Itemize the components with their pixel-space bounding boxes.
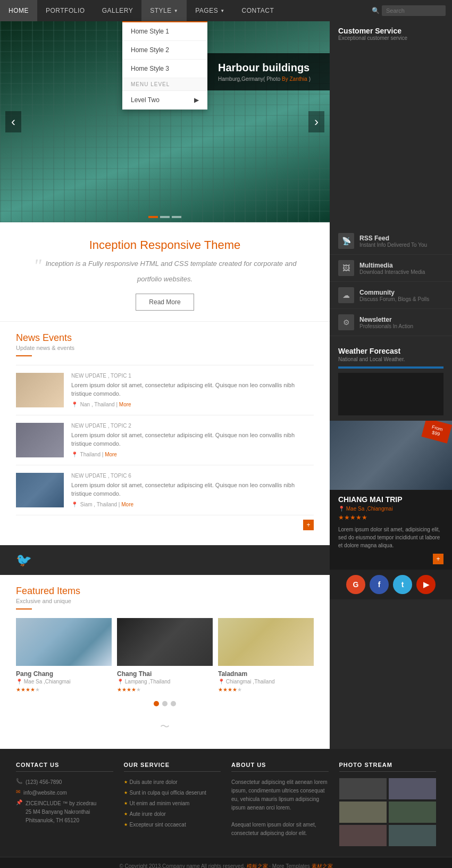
trip-more-container: + (338, 554, 443, 564)
news-more-link-3[interactable]: More (121, 502, 133, 507)
nav-style[interactable]: STYLE ▼ (141, 0, 187, 21)
nav-pages[interactable]: PAGES ▼ (187, 0, 233, 21)
featured-stars-3: ★★★★★ (218, 687, 314, 692)
sidebar-community[interactable]: ☁ Community Discuss Forum, Blogs & Polls (330, 282, 452, 309)
multimedia-icon: 🖼 (338, 260, 354, 276)
youtube-button[interactable]: ▶ (416, 575, 436, 594)
pages-dropdown-arrow: ▼ (220, 9, 224, 13)
read-more-button[interactable]: Read More (136, 294, 194, 311)
footer: CONTACT US 📞 (123) 456-7890 ✉ info@websi… (0, 749, 452, 868)
twitter-bird-icon: 🐦 (16, 553, 32, 567)
hero-dot-2[interactable] (160, 216, 170, 218)
footer-photo-title: PHOTO STREAM (339, 762, 437, 772)
quote-mark-icon: " (34, 255, 41, 277)
sidebar-multimedia[interactable]: 🖼 Multimedia Download Interactive Media (330, 255, 452, 282)
nav-contact[interactable]: CONTACT (233, 0, 283, 21)
footer-link-1[interactable]: 模板之家 (247, 863, 268, 868)
twitter-button[interactable]: t (393, 575, 412, 594)
news-more-button-container: + (16, 515, 314, 535)
weather-section: Weather Forecast National and Local Weat… (330, 341, 452, 421)
address-icon: 📌 (16, 799, 22, 805)
hero-title-box: Harbour buildings Hamburg,Germany( Photo… (207, 53, 330, 90)
hero-prev-button[interactable]: ‹ (5, 111, 21, 132)
footer-service-item: ★ Aute irure dolor (124, 810, 221, 819)
nav-portfolio[interactable]: PORTFOLIO (37, 0, 94, 21)
footer-service: OUR SERVICE ★ Duis aute irure dolor ★ Su… (124, 762, 221, 846)
star-icon-2: ★ (124, 790, 128, 795)
navigation: HOME PORTFOLIO GALLERY STYLE ▼ PAGES ▼ C… (0, 0, 452, 21)
search-input[interactable] (382, 5, 446, 16)
pin-icon-1: 📍 (71, 402, 78, 407)
trip-more-icon[interactable]: + (433, 554, 443, 564)
dropdown-home-style-2[interactable]: Home Style 2 (122, 41, 207, 60)
star-icon-3: ★ (124, 801, 128, 806)
sidebar-community-text: Community Discuss Forum, Blogs & Polls (359, 289, 429, 302)
news-image-3 (16, 473, 64, 507)
featured-title-normal: Items (54, 586, 80, 596)
facebook-button[interactable]: f (370, 575, 389, 594)
search-icon: 🔍 (372, 7, 380, 14)
news-item: NEW UPDATE , TOPIC 1 Lorem ipsum dolor s… (16, 365, 314, 415)
news-more-link-2[interactable]: More (105, 452, 117, 457)
footer-phone-row: 📞 (123) 456-7890 (16, 778, 113, 787)
weather-bar (338, 366, 443, 369)
carousel-dots (16, 692, 314, 715)
photo-stream-grid (339, 778, 437, 846)
phone-icon: 📞 (16, 778, 22, 784)
news-text-2: NEW UPDATE , TOPIC 2 Lorem ipsum dolor s… (71, 423, 314, 457)
sidebar-rss-feed[interactable]: 📡 RSS Feed Instant Info Delivered To You (330, 228, 452, 255)
nav-home[interactable]: HOME (0, 0, 37, 21)
carousel-dot-3[interactable] (171, 701, 176, 706)
news-more-link-1[interactable]: More (119, 402, 131, 407)
sidebar-multimedia-text: Multimedia Download Interactive Media (359, 262, 425, 275)
hero-dot-1[interactable] (148, 216, 158, 218)
dropdown-home-style-3[interactable]: Home Style 3 (122, 60, 207, 78)
footer-about: ABOUT US Consectetur adipiscing elit aen… (231, 762, 329, 846)
news-image-1 (16, 373, 64, 407)
featured-items: Pang Chang 📍 Mae Sa ,Chiangmai ★★★★★ Cha… (16, 618, 314, 692)
news-text-1: NEW UPDATE , TOPIC 1 Lorem ipsum dolor s… (71, 373, 314, 407)
footer-email-row: ✉ info@website.com (16, 789, 113, 797)
news-category-3: NEW UPDATE , TOPIC 6 (71, 473, 314, 479)
intro-title-normal: Responsive Theme (137, 238, 240, 252)
news-more-icon[interactable]: + (303, 520, 314, 530)
news-item: NEW UPDATE , TOPIC 2 Lorem ipsum dolor s… (16, 415, 314, 465)
footer-contact-title: CONTACT US (16, 762, 113, 772)
dropdown-home-style-1[interactable]: Home Style 1 (122, 22, 207, 41)
nav-gallery[interactable]: GALLERY (94, 0, 142, 21)
photo-thumb-2 (389, 778, 436, 799)
news-location-2: 📍 Thailand | More (71, 452, 314, 457)
news-divider (16, 355, 32, 356)
news-text-3: NEW UPDATE , TOPIC 6 Lorem ipsum dolor s… (71, 473, 314, 507)
featured-image-1 (16, 618, 112, 666)
news-location-3: 📍 Siam , Thailand | More (71, 502, 314, 507)
trip-stars: ★★★★★ (338, 514, 443, 521)
featured-section: Featured Items Exclusive and unique Pang… (0, 575, 330, 749)
twitter-bar: 🐦 (0, 545, 330, 575)
hero-dot-3[interactable] (172, 216, 181, 218)
photo-thumb-6 (389, 825, 436, 846)
google-plus-button[interactable]: G (346, 575, 365, 594)
news-category-2: NEW UPDATE , TOPIC 2 (71, 423, 314, 429)
footer-service-item: ★ Sunt in culpa qui officia deserunt (124, 789, 221, 797)
footer-service-item: ★ Ut enim ad minim veniam (124, 799, 221, 808)
featured-title: Featured Items (16, 586, 314, 597)
photo-thumb-4 (389, 802, 436, 823)
carousel-dot-1[interactable] (154, 701, 159, 706)
footer-link-2[interactable]: 素材之家 (312, 863, 333, 868)
footer-photo: PHOTO STREAM (339, 762, 437, 846)
carousel-dot-2[interactable] (162, 701, 168, 706)
hero-dots (148, 216, 181, 218)
news-list: NEW UPDATE , TOPIC 1 Lorem ipsum dolor s… (16, 365, 314, 515)
hero-next-button[interactable]: › (308, 111, 324, 132)
footer-about-text: Consectetur adipiscing elit aenean lorem… (231, 778, 329, 838)
sidebar-newsletter[interactable]: ⚙ Newsletter Professionals In Action (330, 309, 452, 336)
main-content: Inception Responsive Theme "Inception is… (0, 222, 330, 749)
featured-location-2: 📍 Lampang ,Thailand (117, 679, 213, 685)
footer-service-item: ★ Excepteur sint occaecat (124, 821, 221, 829)
dropdown-level-two[interactable]: Level Two ▶ (122, 91, 207, 110)
pin-icon-3: 📍 (71, 502, 78, 507)
footer-contact: CONTACT US 📞 (123) 456-7890 ✉ info@websi… (16, 762, 113, 846)
sidebar-service-rows: 📡 RSS Feed Instant Info Delivered To You… (330, 222, 452, 341)
news-category-1: NEW UPDATE , TOPIC 1 (71, 373, 314, 379)
